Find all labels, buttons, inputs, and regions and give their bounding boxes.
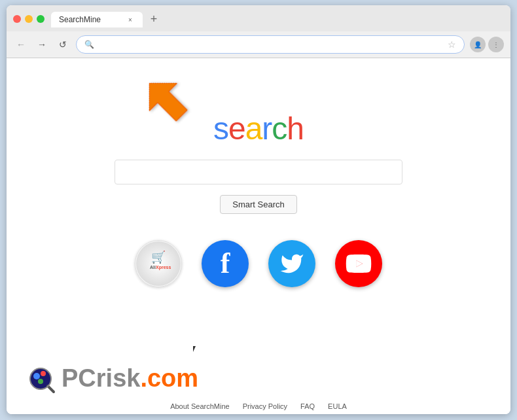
com-part: .com <box>140 364 198 392</box>
title-bar: SearchMine × + <box>7 5 510 31</box>
browser-window: SearchMine × + ← → ↺ 🔍 ☆ 👤 ⋮ <box>7 5 510 414</box>
address-bar-container: ← → ↺ 🔍 ☆ 👤 ⋮ <box>7 31 510 58</box>
logo-letter-s: s <box>213 111 228 146</box>
profile-icon[interactable]: 👤 <box>470 37 486 52</box>
logo-letter-a: a <box>245 111 262 146</box>
active-tab[interactable]: SearchMine × <box>51 12 143 27</box>
twitter-shortcut[interactable] <box>268 240 315 287</box>
back-icon: ← <box>16 39 26 50</box>
mouse-cursor <box>193 346 197 353</box>
risk-part: risk <box>96 364 141 392</box>
privacy-policy-link[interactable]: Privacy Policy <box>243 402 287 410</box>
logo-letter-r: r <box>262 111 272 146</box>
svg-point-10 <box>38 379 43 384</box>
svg-text:🛒: 🛒 <box>151 250 166 264</box>
faq-link[interactable]: FAQ <box>300 402 315 410</box>
close-button[interactable] <box>13 15 21 23</box>
tab-bar: SearchMine × + <box>51 10 162 27</box>
toolbar-icons: 👤 ⋮ <box>470 37 504 52</box>
orange-arrow-icon <box>137 71 203 137</box>
eula-link[interactable]: EULA <box>328 402 347 410</box>
maximize-button[interactable] <box>37 15 45 23</box>
logo-letter-h: h <box>287 111 304 146</box>
forward-icon: → <box>37 39 46 50</box>
new-tab-button[interactable]: + <box>145 10 162 27</box>
twitter-bird-icon <box>279 251 304 276</box>
smart-search-button[interactable]: Smart Search <box>220 195 296 214</box>
page-content: search Smart Search <box>7 58 510 414</box>
svg-text:Xpress: Xpress <box>156 265 171 270</box>
tab-title: SearchMine <box>59 15 101 24</box>
logo-letter-c: c <box>272 111 287 146</box>
address-search-icon: 🔍 <box>84 40 94 49</box>
shortcuts-row: 🛒 Ali Xpress f <box>135 240 382 287</box>
pc-part: PC <box>62 364 96 392</box>
logo-letter-e: e <box>228 111 245 146</box>
bookmark-star-icon[interactable]: ☆ <box>448 39 456 50</box>
tab-close-button[interactable]: × <box>126 15 135 24</box>
search-logo: search <box>213 111 304 147</box>
pcrisk-text: PCrisk.com <box>62 364 198 393</box>
window-buttons <box>13 15 45 23</box>
reload-icon: ↺ <box>59 39 67 50</box>
forward-button[interactable]: → <box>34 37 50 52</box>
svg-line-11 <box>48 386 54 392</box>
back-button[interactable]: ← <box>13 37 29 52</box>
about-searchmine-link[interactable]: About SearchMine <box>170 402 230 410</box>
footer-links: About SearchMine Privacy Policy FAQ EULA <box>7 402 510 410</box>
pcrisk-logo: PCrisk.com <box>26 362 198 394</box>
search-input[interactable] <box>115 160 402 184</box>
svg-marker-0 <box>137 71 196 130</box>
minimize-button[interactable] <box>25 15 33 23</box>
facebook-f-letter: f <box>221 249 230 278</box>
address-input[interactable] <box>98 40 444 50</box>
address-bar[interactable]: 🔍 ☆ <box>76 35 465 54</box>
svg-point-9 <box>41 371 46 376</box>
aliexpress-shortcut[interactable]: 🛒 Ali Xpress <box>135 240 182 287</box>
aliexpress-icon: 🛒 Ali Xpress <box>136 241 181 286</box>
svg-point-1 <box>136 241 181 286</box>
youtube-shortcut[interactable] <box>335 240 382 287</box>
menu-icon[interactable]: ⋮ <box>488 37 504 52</box>
facebook-shortcut[interactable]: f <box>202 240 249 287</box>
youtube-play-icon <box>345 250 372 277</box>
arrow-container <box>137 71 203 139</box>
svg-text:Ali: Ali <box>150 265 156 270</box>
pcrisk-logo-icon <box>26 362 59 394</box>
svg-point-8 <box>33 373 40 379</box>
reload-button[interactable]: ↺ <box>55 37 71 52</box>
search-input-wrapper <box>115 160 402 184</box>
